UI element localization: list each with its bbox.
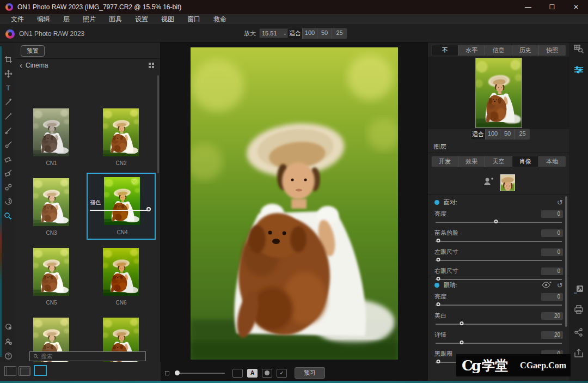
blemish-tool-icon[interactable] <box>3 196 13 206</box>
slider-value[interactable]: 0 <box>541 229 563 237</box>
export-icon[interactable] <box>573 348 584 358</box>
menu-settings[interactable]: 设置 <box>128 15 155 24</box>
print-icon[interactable] <box>573 304 584 315</box>
slider-value[interactable]: 20 <box>541 331 563 339</box>
canvas-area[interactable]: A ✓ 预习 <box>161 42 427 383</box>
presets-panel-button[interactable]: 预置 <box>21 45 45 57</box>
crop-tool-icon[interactable] <box>3 54 13 64</box>
mask-view-icon[interactable] <box>262 369 272 378</box>
slider-value[interactable]: 0 <box>541 210 563 218</box>
right-panel-scrollbar[interactable] <box>565 196 567 327</box>
nav-100-button[interactable]: 100 <box>486 129 500 139</box>
masking-brush-tool-icon[interactable] <box>3 111 13 121</box>
fade-slider-handle[interactable] <box>146 207 151 211</box>
face-select-icon[interactable] <box>3 337 13 346</box>
show-mask-checkbox-icon[interactable]: ✓ <box>277 369 287 378</box>
favorite-heart-icon[interactable]: ♡ <box>131 178 137 185</box>
navigator-toggle-icon[interactable] <box>573 44 584 54</box>
help-icon[interactable] <box>3 351 13 361</box>
menu-mask[interactable]: 面具 <box>102 15 128 24</box>
search-input[interactable] <box>41 353 139 360</box>
slider-handle[interactable] <box>494 220 498 223</box>
text-tool-icon[interactable]: T <box>3 83 13 93</box>
minimize-button[interactable]: — <box>516 0 540 14</box>
reset-icon[interactable]: ↺ <box>557 198 563 206</box>
face-enabled-toggle[interactable] <box>434 200 439 205</box>
zoom-50-button[interactable]: 50 <box>317 28 332 39</box>
transform-tool-icon[interactable] <box>3 69 13 78</box>
slider-handle[interactable] <box>460 321 463 325</box>
slider-handle[interactable] <box>460 341 463 344</box>
preset-category-row[interactable]: ‹ Cinema <box>15 58 161 71</box>
slider-value[interactable]: 0 <box>541 293 563 301</box>
canvas-layout-icon[interactable] <box>34 365 47 376</box>
nav-fit-button[interactable]: 适合 <box>471 129 486 139</box>
ai-quick-mask-tool-icon[interactable] <box>3 97 13 107</box>
menu-photo[interactable]: 照片 <box>76 15 102 24</box>
tab-history[interactable]: 历史 <box>512 45 539 56</box>
close-button[interactable]: ✕ <box>564 0 588 14</box>
slider-value[interactable]: 0 <box>541 248 563 256</box>
preview-opacity-slider[interactable] <box>175 370 225 376</box>
main-photo[interactable] <box>191 47 398 360</box>
navigator[interactable] <box>428 57 569 129</box>
tab-effects[interactable]: 效果 <box>458 156 485 167</box>
slider-handle[interactable] <box>437 302 440 306</box>
nav-25-button[interactable]: 25 <box>515 129 530 139</box>
compare-view-icon[interactable] <box>232 369 243 378</box>
zoom-100-button[interactable]: 100 <box>303 28 317 39</box>
slider-handle[interactable] <box>437 258 440 262</box>
zoom-level-dropdown[interactable]: 15.51 ⌄ <box>259 28 290 38</box>
preset-item[interactable]: CN2 <box>87 105 156 172</box>
portrait-brush-tool-icon[interactable] <box>3 139 13 149</box>
preset-fade-slider[interactable]: 褪色 <box>89 201 154 215</box>
chevron-left-icon[interactable]: ‹ <box>20 60 22 70</box>
clone-stamp-tool-icon[interactable] <box>3 182 13 192</box>
tab-develop[interactable]: 开发 <box>432 156 458 167</box>
retouch-brush-tool-icon[interactable] <box>3 168 13 178</box>
zoom-25-button[interactable]: 25 <box>332 28 347 39</box>
preset-scrollbar[interactable] <box>157 75 159 173</box>
share-icon[interactable] <box>573 327 584 338</box>
preview-opacity-handle[interactable] <box>175 370 180 375</box>
eyes-enabled-toggle[interactable] <box>434 283 439 288</box>
slider-handle[interactable] <box>437 239 440 242</box>
tab-sky[interactable]: 天空 <box>485 156 512 167</box>
fade-slider-track[interactable] <box>90 210 150 211</box>
preview-button[interactable]: 预习 <box>295 367 325 379</box>
nav-50-button[interactable]: 50 <box>500 129 515 139</box>
tab-none[interactable]: 不 <box>432 45 458 56</box>
tab-levels[interactable]: 水平 <box>458 45 485 56</box>
edit-panel-icon[interactable] <box>573 64 584 75</box>
tab-info[interactable]: 信息 <box>485 45 512 56</box>
slider-value[interactable]: 0 <box>541 268 563 275</box>
preset-search[interactable] <box>29 351 146 361</box>
refine-brush-tool-icon[interactable] <box>3 125 13 135</box>
sync-settings-icon[interactable] <box>3 321 13 331</box>
menu-help[interactable]: 救命 <box>207 15 233 24</box>
reset-icon[interactable]: ↺ <box>557 281 563 289</box>
menu-view[interactable]: 视图 <box>155 15 181 24</box>
browse-layout-icon[interactable] <box>4 366 16 376</box>
preset-item[interactable]: CN6 <box>87 244 156 311</box>
add-face-icon[interactable] <box>483 177 494 189</box>
view-zoom-tool-icon[interactable] <box>3 211 13 221</box>
preset-item-selected[interactable]: ♡ 褪色 CN4 <box>87 173 156 240</box>
before-after-toggle[interactable]: A <box>247 369 258 378</box>
soft-proof-checkbox[interactable] <box>165 371 169 375</box>
tab-local[interactable]: 本地 <box>539 156 566 167</box>
grid-view-icon[interactable] <box>149 63 154 68</box>
tab-portrait[interactable]: 肖像 <box>512 156 539 167</box>
fit-button[interactable]: 适合 <box>288 28 303 39</box>
menu-layer[interactable]: 层 <box>57 15 76 24</box>
ai-resize-icon[interactable]: AI <box>573 284 584 295</box>
preset-item[interactable]: CN3 <box>17 174 86 241</box>
preset-item[interactable]: CN5 <box>17 244 86 311</box>
face-thumbnail[interactable] <box>500 174 515 191</box>
navigator-thumbnail[interactable] <box>475 58 522 128</box>
menu-edit[interactable]: 编辑 <box>30 15 57 24</box>
slider-handle[interactable] <box>437 360 440 363</box>
filmstrip-layout-icon[interactable] <box>19 366 30 376</box>
menu-window[interactable]: 窗口 <box>181 15 207 24</box>
eye-add-icon[interactable] <box>542 282 552 288</box>
